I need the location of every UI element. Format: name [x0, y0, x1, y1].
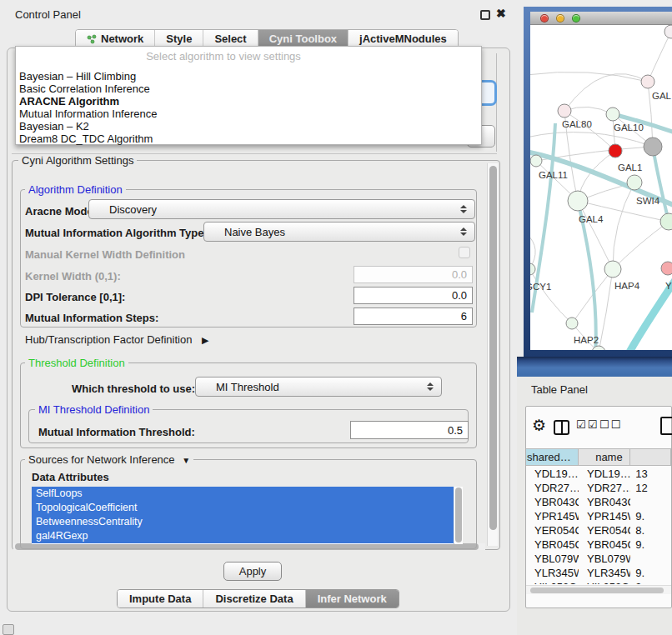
- network-graph: GALGAL80GAL10GAL11GAL1SWI4GAL4GCY1HAP4YH…: [530, 25, 672, 350]
- table-cell: [630, 495, 671, 509]
- table-row[interactable]: YBL079WYBL079W: [526, 552, 671, 566]
- table-row[interactable]: YER054CYER054C8.: [526, 523, 671, 538]
- node-gcy1[interactable]: [530, 263, 535, 275]
- column-header[interactable]: name: [579, 449, 630, 465]
- table-row[interactable]: YPR145WYPR145W9.: [526, 509, 671, 523]
- sources-title-wrap[interactable]: Sources for Network Inference ▼: [25, 453, 193, 466]
- hub-definition-expander[interactable]: Hub/Transcription Factor Definition ▶: [25, 333, 208, 346]
- node[interactable]: [664, 25, 672, 38]
- algorithm-dropdown-popup: Select algorithm to view settings Bayesi…: [15, 46, 482, 145]
- node-label: HAP2: [574, 335, 599, 345]
- dpi-tolerance-input[interactable]: 0.0: [354, 287, 473, 304]
- dropdown-item[interactable]: Bayesian – K2: [19, 120, 478, 132]
- node[interactable]: [644, 138, 662, 156]
- dropdown-item[interactable]: Mutual Information Inference: [19, 108, 478, 120]
- table-cell: 9.: [630, 566, 671, 580]
- manual-kernel-checkbox[interactable]: [459, 247, 470, 258]
- attribute-item[interactable]: gal4RGexp: [32, 529, 454, 543]
- node-gal11[interactable]: [530, 155, 542, 167]
- node-label: GAL4: [579, 214, 604, 224]
- mi-algorithm-type-combo[interactable]: Naive Bayes: [203, 222, 475, 242]
- column-header[interactable]: shared…: [526, 449, 579, 465]
- minimized-panel-icon[interactable]: [3, 624, 14, 635]
- close-icon[interactable]: ✖: [496, 7, 506, 20]
- mi-steps-input[interactable]: 6: [354, 308, 473, 325]
- table-rows: YDL19…YDL19…13YDR27…YDR27…12YBR043CYBR04…: [526, 467, 671, 584]
- node-swi4[interactable]: [660, 213, 672, 230]
- tab-select[interactable]: Select: [203, 30, 257, 48]
- scrollbar-thumb[interactable]: [489, 166, 497, 530]
- settings-vertical-scrollbar[interactable]: [487, 163, 498, 546]
- table-cell: 8.: [630, 523, 671, 538]
- tab-jactivemnodules[interactable]: jActiveMNodules: [348, 30, 458, 48]
- attribute-item[interactable]: SelfLoops: [32, 487, 454, 501]
- table-row[interactable]: YBR043CYBR043C: [526, 495, 671, 509]
- table-header: shared…name: [526, 448, 671, 466]
- tab-label: Network: [101, 32, 143, 45]
- table-row[interactable]: YDL19…YDL19…13: [526, 467, 671, 481]
- tab-cyni-toolbox[interactable]: Cyni Toolbox: [258, 30, 348, 48]
- split-columns-icon[interactable]: [554, 420, 569, 435]
- minimize-button[interactable]: [556, 14, 564, 22]
- float-window-icon[interactable]: [480, 10, 490, 20]
- apply-button[interactable]: Apply: [223, 562, 282, 581]
- table-cell: YBR045C: [579, 538, 630, 552]
- table-row[interactable]: YIL052CYIL052C9.: [526, 580, 671, 584]
- node-hap4[interactable]: [604, 261, 621, 278]
- mi-threshold-input[interactable]: 0.5: [350, 421, 469, 439]
- node-gal1[interactable]: [627, 175, 642, 190]
- table-row[interactable]: YDR27…YDR27…12: [526, 481, 671, 495]
- kernel-width-input[interactable]: 0.0: [354, 266, 473, 283]
- scrollbar-thumb[interactable]: [455, 488, 462, 542]
- table-horizontal-scrollbar[interactable]: [526, 585, 671, 594]
- node[interactable]: [592, 346, 605, 350]
- network-window-titlebar[interactable]: [530, 12, 672, 25]
- dropdown-item[interactable]: ARACNE Algorithm: [19, 95, 478, 108]
- table-cell: YPR145W: [579, 509, 630, 523]
- attributes-scrollbar[interactable]: [454, 487, 463, 544]
- table-cell: YBL079W: [526, 552, 579, 566]
- manual-kernel-label: Manual Kernel Width Definition: [25, 248, 185, 261]
- network-canvas[interactable]: GALGAL80GAL10GAL11GAL1SWI4GAL4GCY1HAP4YH…: [530, 25, 672, 350]
- attribute-item[interactable]: BetweennessCentrality: [32, 515, 454, 529]
- spinner-arrows-icon: [460, 205, 467, 213]
- dropdown-item[interactable]: Dream8 DC_TDC Algorithm: [19, 132, 478, 145]
- dropdown-item[interactable]: Basic Correlation Inference: [19, 82, 478, 95]
- dropdown-item[interactable]: Bayesian – Hill Climbing: [19, 70, 478, 82]
- column-header[interactable]: [630, 449, 671, 465]
- table-row[interactable]: YLR345WYLR345W9.: [526, 566, 671, 580]
- scrollbar-thumb[interactable]: [530, 588, 664, 593]
- attribute-item[interactable]: TopologicalCoefficient: [32, 501, 454, 515]
- which-threshold-combo[interactable]: MI Threshold: [195, 377, 442, 397]
- table-cell: YBR043C: [526, 495, 579, 509]
- aracne-mode-combo[interactable]: Discovery: [88, 199, 475, 219]
- node-y[interactable]: [661, 262, 672, 275]
- sources-title: Sources for Network Inference: [28, 453, 175, 466]
- network-window: GALGAL80GAL10GAL11GAL1SWI4GAL4GCY1HAP4YH…: [524, 7, 672, 357]
- tab-discretize-data[interactable]: Discretize Data: [203, 590, 304, 608]
- file-icon[interactable]: [660, 417, 672, 435]
- select-all-icon[interactable]: ☑☑: [576, 418, 599, 431]
- tab-style[interactable]: Style: [154, 30, 203, 48]
- gear-icon[interactable]: ⚙: [532, 416, 546, 435]
- table-row[interactable]: YBR045CYBR045C9.: [526, 538, 671, 552]
- table-cell: YIL052C: [526, 580, 579, 584]
- dropdown-prompt: Select algorithm to view settings: [16, 50, 431, 62]
- node-gal[interactable]: [641, 75, 654, 88]
- data-attributes-label: Data Attributes: [32, 471, 109, 483]
- table-cell: 13: [630, 467, 671, 481]
- node-gal10[interactable]: [606, 108, 619, 121]
- deselect-all-icon[interactable]: ☐☐: [599, 418, 622, 431]
- dpi-tolerance-label: DPI Tolerance [0,1]:: [25, 291, 125, 303]
- node-gal80[interactable]: [558, 104, 571, 118]
- node-hap2[interactable]: [566, 318, 578, 329]
- tab-impute-data[interactable]: Impute Data: [118, 590, 203, 608]
- tab-infer-network[interactable]: Infer Network: [305, 590, 399, 608]
- data-attributes-list: SelfLoopsTopologicalCoefficientBetweenne…: [32, 487, 454, 544]
- node-gal4[interactable]: [568, 191, 588, 211]
- tab-network[interactable]: Network: [76, 30, 154, 48]
- node[interactable]: [609, 144, 622, 158]
- close-button[interactable]: [540, 14, 549, 22]
- zoom-button[interactable]: [572, 14, 580, 22]
- hidden-groupbox-border-bottom: [12, 153, 497, 154]
